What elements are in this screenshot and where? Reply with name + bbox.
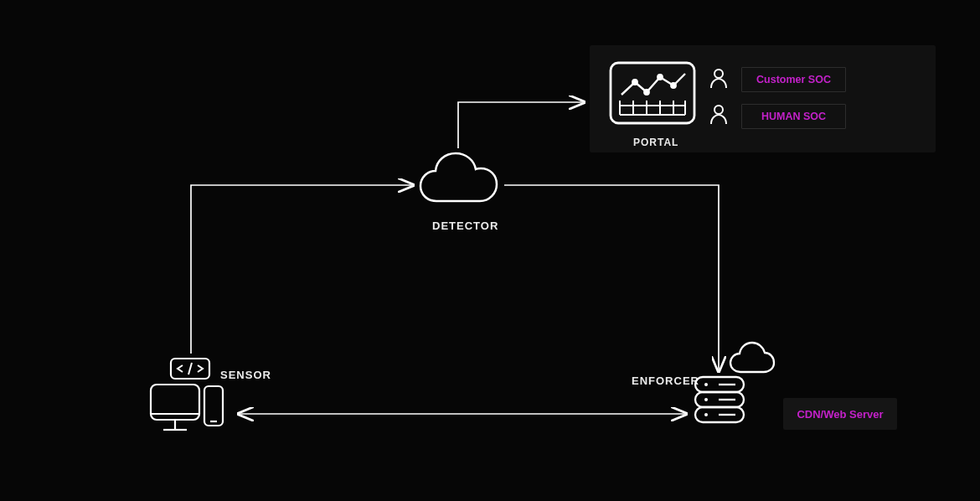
person-icon [711, 70, 726, 88]
edge-detector-enforcer [504, 185, 719, 370]
edge-detector-portal [458, 102, 583, 148]
svg-point-21 [714, 70, 723, 78]
svg-point-12 [672, 84, 676, 88]
enforcer-icon [695, 343, 774, 422]
svg-rect-6 [204, 386, 223, 426]
svg-point-22 [714, 106, 723, 114]
person-icon [711, 106, 726, 124]
svg-point-27 [704, 398, 708, 401]
detector-icon [420, 153, 497, 201]
svg-point-26 [704, 383, 708, 386]
svg-point-10 [645, 90, 649, 95]
portal-icon [611, 63, 694, 123]
svg-point-11 [658, 75, 663, 80]
diagram-svg [0, 0, 980, 501]
svg-point-9 [633, 80, 637, 85]
svg-point-28 [704, 413, 708, 416]
edge-sensor-detector [191, 185, 412, 354]
svg-line-1 [188, 363, 192, 374]
diagram-canvas: Customer SOC HUMAN SOC CDN/Web Server SE… [0, 0, 980, 501]
sensor-icon [151, 359, 223, 430]
